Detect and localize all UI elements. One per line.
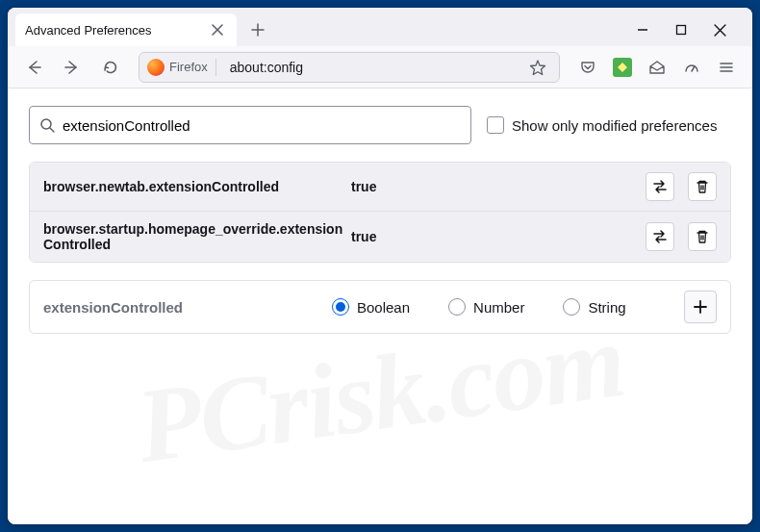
- radio-label-text: Number: [473, 299, 524, 316]
- active-tab[interactable]: Advanced Preferences: [15, 13, 237, 46]
- delete-button[interactable]: [688, 172, 717, 201]
- radio-dot-icon: [448, 298, 466, 316]
- toggle-button[interactable]: [646, 172, 674, 201]
- arrow-left-icon: [25, 59, 42, 76]
- pref-value: true: [351, 179, 646, 194]
- maximize-button[interactable]: [668, 16, 695, 43]
- radio-label-text: String: [588, 299, 625, 316]
- radio-number[interactable]: Number: [448, 298, 524, 316]
- hamburger-icon: [719, 60, 734, 75]
- maximize-icon: [675, 24, 687, 36]
- tab-title: Advanced Preferences: [25, 23, 200, 38]
- filter-row: Show only modified preferences: [29, 106, 731, 144]
- pref-value: true: [351, 229, 646, 244]
- plus-icon: [693, 299, 708, 315]
- reload-icon: [102, 59, 119, 76]
- close-icon: [212, 24, 223, 36]
- envelope-open-icon: [648, 59, 666, 76]
- show-modified-checkbox[interactable]: Show only modified preferences: [487, 116, 717, 134]
- extension-button[interactable]: [606, 51, 639, 84]
- minimize-icon: [637, 24, 648, 36]
- new-pref-name: extensionControlled: [43, 299, 332, 316]
- content-area: PCrisk.com Show only modified preference…: [8, 89, 752, 524]
- type-radio-group: Boolean Number String: [332, 298, 684, 316]
- pref-name: browser.startup.homepage_override.extens…: [43, 221, 351, 252]
- url-text[interactable]: about:config: [222, 60, 519, 75]
- new-pref-row: extensionControlled Boolean Number Strin…: [29, 280, 731, 334]
- close-window-button[interactable]: [706, 16, 733, 43]
- new-tab-button[interactable]: [242, 14, 273, 45]
- mail-button[interactable]: [641, 51, 673, 84]
- radio-dot-icon: [563, 298, 580, 316]
- url-bar[interactable]: Firefox about:config: [139, 52, 560, 83]
- url-identity-label: Firefox: [169, 60, 208, 74]
- pref-name: browser.newtab.extensionControlled: [43, 179, 351, 194]
- swap-arrows-icon: [651, 228, 669, 245]
- firefox-logo-icon: [147, 59, 165, 76]
- search-input[interactable]: [63, 117, 461, 134]
- toggle-button[interactable]: [646, 222, 674, 251]
- back-button[interactable]: [17, 51, 50, 84]
- checkbox-box-icon: [487, 116, 504, 134]
- radio-boolean[interactable]: Boolean: [332, 298, 410, 316]
- pref-row[interactable]: browser.startup.homepage_override.extens…: [30, 212, 730, 262]
- plus-icon: [251, 23, 265, 37]
- url-actions: [524, 54, 551, 81]
- titlebar: Advanced Preferences: [8, 8, 752, 46]
- trash-icon: [695, 229, 710, 244]
- svg-rect-0: [677, 26, 686, 35]
- extension-badge-icon: [613, 58, 632, 77]
- browser-window: Advanced Preferences: [8, 8, 752, 524]
- radio-string[interactable]: String: [563, 298, 625, 316]
- toolbar: Firefox about:config: [8, 46, 752, 89]
- star-icon: [529, 59, 546, 76]
- radio-label-text: Boolean: [357, 299, 410, 316]
- pocket-button[interactable]: [571, 51, 604, 84]
- toolbar-right: [571, 51, 743, 84]
- pref-list: browser.newtab.extensionControlled true …: [29, 162, 731, 263]
- bookmark-star-button[interactable]: [524, 54, 551, 81]
- trash-icon: [695, 179, 710, 194]
- reload-button[interactable]: [94, 51, 127, 84]
- search-icon: [39, 117, 55, 133]
- gauge-icon: [683, 59, 700, 76]
- swap-arrows-icon: [651, 178, 669, 195]
- gauge-button[interactable]: [675, 51, 708, 84]
- tab-close-button[interactable]: [208, 20, 227, 39]
- window-controls: [629, 16, 745, 43]
- pocket-icon: [579, 59, 596, 76]
- app-menu-button[interactable]: [710, 51, 743, 84]
- search-box[interactable]: [29, 106, 471, 144]
- forward-button[interactable]: [56, 51, 89, 84]
- show-modified-label: Show only modified preferences: [512, 117, 717, 134]
- url-identity[interactable]: Firefox: [147, 59, 216, 76]
- add-pref-button[interactable]: [684, 291, 717, 323]
- pref-row[interactable]: browser.newtab.extensionControlled true: [30, 163, 730, 212]
- arrow-right-icon: [63, 59, 81, 76]
- delete-button[interactable]: [688, 222, 717, 251]
- radio-dot-icon: [332, 298, 349, 316]
- pref-actions: [646, 172, 717, 201]
- pref-actions: [646, 222, 717, 251]
- minimize-button[interactable]: [629, 16, 656, 43]
- close-icon: [714, 24, 726, 37]
